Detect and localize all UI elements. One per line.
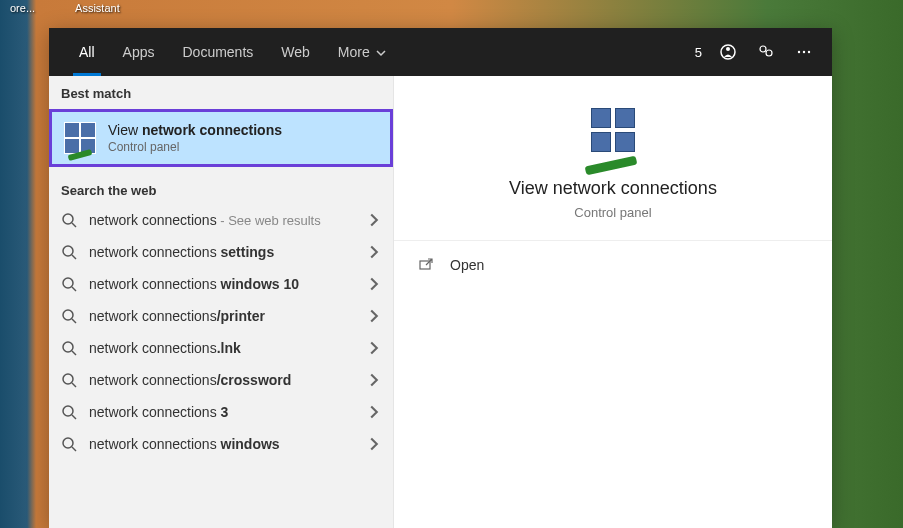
web-result-text: network connections/crossword xyxy=(89,372,355,388)
web-result-text: network connections 3 xyxy=(89,404,355,420)
web-result[interactable]: network connections settings xyxy=(49,236,393,268)
svg-point-2 xyxy=(760,46,766,52)
search-icon xyxy=(61,340,77,356)
web-result-text: network connections.lnk xyxy=(89,340,355,356)
search-icon xyxy=(61,372,77,388)
tab-documents[interactable]: Documents xyxy=(168,28,267,76)
preview-column: View network connections Control panel O… xyxy=(394,76,832,528)
tab-more[interactable]: More xyxy=(324,28,400,76)
preview-network-icon xyxy=(585,106,641,162)
svg-point-7 xyxy=(63,214,73,224)
svg-line-14 xyxy=(72,319,76,323)
feedback-icon[interactable] xyxy=(754,40,778,64)
tab-all-label: All xyxy=(79,44,95,60)
web-result[interactable]: network connections windows xyxy=(49,428,393,460)
chevron-right-icon[interactable] xyxy=(367,245,381,259)
open-action[interactable]: Open xyxy=(394,241,832,289)
best-match-text: View network connections Control panel xyxy=(108,122,282,154)
web-result[interactable]: network connections windows 10 xyxy=(49,268,393,300)
search-icon xyxy=(61,244,77,260)
svg-line-16 xyxy=(72,351,76,355)
network-connections-icon xyxy=(64,122,96,154)
search-web-header: Search the web xyxy=(49,173,393,204)
best-match-sub: Control panel xyxy=(108,140,282,154)
chevron-right-icon[interactable] xyxy=(367,373,381,387)
search-icon xyxy=(61,308,77,324)
svg-line-10 xyxy=(72,255,76,259)
panel-body: Best match View network connections Cont… xyxy=(49,76,832,528)
svg-line-22 xyxy=(72,447,76,451)
chevron-down-icon xyxy=(376,48,386,58)
desktop-label-1: ore... xyxy=(10,2,35,14)
top-right-controls: 5 xyxy=(695,40,824,64)
web-result[interactable]: network connections/printer xyxy=(49,300,393,332)
search-icon xyxy=(61,212,77,228)
web-result-text: network connections/printer xyxy=(89,308,355,324)
search-icon xyxy=(61,436,77,452)
search-panel: All Apps Documents Web More 5 Best match xyxy=(49,28,832,528)
best-match-bold: network connections xyxy=(142,122,282,138)
search-icon xyxy=(61,276,77,292)
tab-documents-label: Documents xyxy=(182,44,253,60)
chevron-right-icon[interactable] xyxy=(367,277,381,291)
web-result[interactable]: network connections - See web results xyxy=(49,204,393,236)
tab-all[interactable]: All xyxy=(65,28,109,76)
tab-web-label: Web xyxy=(281,44,310,60)
web-result-text: network connections windows 10 xyxy=(89,276,355,292)
web-result-text: network connections windows xyxy=(89,436,355,452)
svg-point-1 xyxy=(726,47,730,51)
svg-point-17 xyxy=(63,374,73,384)
desktop-label-2: Assistant xyxy=(75,2,120,14)
open-icon xyxy=(418,257,434,273)
rewards-icon[interactable] xyxy=(716,40,740,64)
svg-line-20 xyxy=(72,415,76,419)
preview-title: View network connections xyxy=(414,178,812,199)
tab-more-label: More xyxy=(338,44,370,60)
chevron-right-icon[interactable] xyxy=(367,213,381,227)
chevron-right-icon[interactable] xyxy=(367,309,381,323)
results-column: Best match View network connections Cont… xyxy=(49,76,394,528)
best-match-header: Best match xyxy=(49,76,393,107)
web-result-text: network connections settings xyxy=(89,244,355,260)
chevron-right-icon[interactable] xyxy=(367,341,381,355)
svg-point-15 xyxy=(63,342,73,352)
svg-point-5 xyxy=(803,51,805,53)
open-label: Open xyxy=(450,257,484,273)
svg-point-21 xyxy=(63,438,73,448)
web-results-list: network connections - See web resultsnet… xyxy=(49,204,393,460)
tab-apps-label: Apps xyxy=(123,44,155,60)
chevron-right-icon[interactable] xyxy=(367,405,381,419)
search-tabs: All Apps Documents Web More 5 xyxy=(49,28,832,76)
best-match-result[interactable]: View network connections Control panel xyxy=(49,109,393,167)
svg-point-4 xyxy=(798,51,800,53)
svg-point-13 xyxy=(63,310,73,320)
svg-line-12 xyxy=(72,287,76,291)
web-result-text: network connections - See web results xyxy=(89,212,355,228)
web-result[interactable]: network connections.lnk xyxy=(49,332,393,364)
tab-web[interactable]: Web xyxy=(267,28,324,76)
preview-subtitle: Control panel xyxy=(414,205,812,220)
best-match-prefix: View xyxy=(108,122,142,138)
svg-point-11 xyxy=(63,278,73,288)
chevron-right-icon[interactable] xyxy=(367,437,381,451)
web-result[interactable]: network connections/crossword xyxy=(49,364,393,396)
svg-line-8 xyxy=(72,223,76,227)
svg-point-9 xyxy=(63,246,73,256)
web-result[interactable]: network connections 3 xyxy=(49,396,393,428)
tab-apps[interactable]: Apps xyxy=(109,28,169,76)
svg-point-6 xyxy=(808,51,810,53)
svg-point-3 xyxy=(766,50,772,56)
preview-header: View network connections Control panel xyxy=(394,76,832,241)
rewards-count: 5 xyxy=(695,45,702,60)
svg-point-19 xyxy=(63,406,73,416)
more-options-icon[interactable] xyxy=(792,40,816,64)
search-icon xyxy=(61,404,77,420)
desktop-icon-labels: ore... Assistant xyxy=(0,0,130,16)
svg-line-18 xyxy=(72,383,76,387)
